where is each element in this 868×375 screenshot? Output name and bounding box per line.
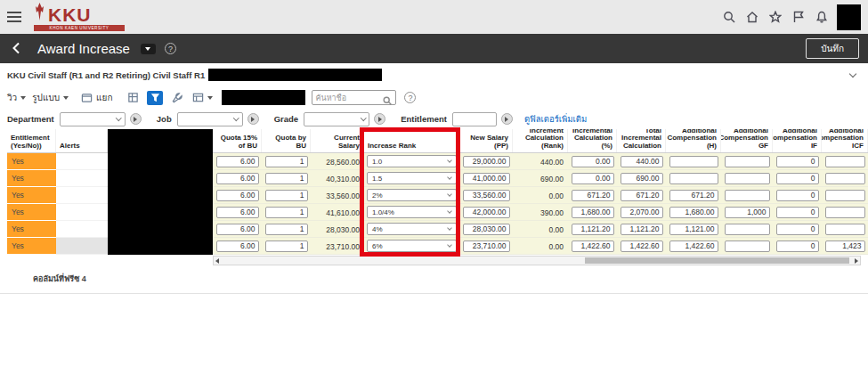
horizontal-scrollbar[interactable] bbox=[213, 256, 861, 265]
job-go-button[interactable] bbox=[247, 113, 259, 125]
increment_pct-input[interactable] bbox=[572, 207, 614, 218]
search-icon[interactable] bbox=[722, 11, 735, 24]
title-dropdown-icon[interactable] bbox=[141, 44, 156, 54]
add_h-input[interactable] bbox=[669, 240, 718, 252]
quota_15-input[interactable] bbox=[216, 240, 259, 252]
hamburger-menu-icon[interactable] bbox=[7, 12, 21, 22]
more-filters-link[interactable]: ดูฟิลเตอร์เพิ่มเติม bbox=[524, 112, 587, 126]
filter-toggle-icon[interactable] bbox=[147, 91, 163, 105]
column-header-add_if[interactable]: Additional Compensation IF bbox=[773, 129, 822, 152]
increase-rank-select[interactable]: 1.0 bbox=[367, 155, 457, 167]
column-header-current_salary[interactable]: Current Salary bbox=[311, 129, 364, 152]
total_increment-input[interactable] bbox=[621, 224, 663, 235]
add_h-input[interactable] bbox=[669, 224, 718, 235]
format-menu[interactable]: รูปแบบ bbox=[32, 91, 69, 104]
freeze-icon[interactable] bbox=[125, 91, 141, 105]
scroll-right-icon[interactable] bbox=[855, 258, 858, 264]
total_increment-input[interactable] bbox=[621, 190, 663, 201]
increment_pct-input[interactable] bbox=[572, 240, 614, 252]
job-select[interactable] bbox=[177, 112, 243, 126]
detach-button[interactable]: แยก bbox=[81, 91, 112, 105]
flag-icon[interactable] bbox=[791, 11, 805, 24]
add_if-input[interactable] bbox=[776, 173, 819, 184]
increment_pct-input[interactable] bbox=[572, 173, 614, 184]
add_if-input[interactable] bbox=[776, 190, 819, 201]
add_if-input[interactable] bbox=[776, 240, 819, 252]
star-icon[interactable] bbox=[768, 11, 782, 24]
add_icf-input[interactable] bbox=[825, 207, 865, 218]
total_increment-input[interactable] bbox=[621, 240, 663, 252]
quota_15-input[interactable] bbox=[216, 173, 259, 184]
new_salary-input[interactable] bbox=[463, 156, 510, 167]
quota_bu-input[interactable] bbox=[265, 190, 308, 201]
column-header-add_icf[interactable]: Additional Compensation ICF bbox=[822, 129, 868, 152]
grade-select[interactable] bbox=[304, 112, 369, 126]
column-header-increment_pct[interactable]: Incremental Calculation (%) bbox=[568, 129, 617, 152]
add_gf-input[interactable] bbox=[725, 240, 770, 252]
column-header-add_gf[interactable]: Additional Compensation GF bbox=[721, 129, 773, 152]
add_gf-input[interactable] bbox=[725, 173, 770, 184]
increase-rank-select[interactable]: 2% bbox=[367, 189, 457, 201]
avatar-redaction-box[interactable] bbox=[837, 4, 861, 30]
add_icf-input[interactable] bbox=[825, 173, 865, 184]
quota_bu-input[interactable] bbox=[265, 156, 308, 167]
scroll-left-icon[interactable] bbox=[215, 258, 219, 264]
add_if-input[interactable] bbox=[776, 207, 819, 218]
home-icon[interactable] bbox=[745, 11, 758, 24]
department-go-button[interactable] bbox=[130, 113, 142, 125]
grade-go-button[interactable] bbox=[374, 113, 385, 125]
quota_15-input[interactable] bbox=[216, 190, 259, 201]
total_increment-input[interactable] bbox=[621, 173, 663, 184]
increase-rank-select[interactable]: 1.5 bbox=[367, 172, 457, 184]
new_salary-input[interactable] bbox=[463, 240, 510, 252]
increment_pct-input[interactable] bbox=[572, 224, 614, 235]
scrollbar-thumb[interactable] bbox=[585, 257, 849, 264]
add_if-input[interactable] bbox=[776, 156, 819, 167]
new_salary-input[interactable] bbox=[463, 173, 510, 184]
new_salary-input[interactable] bbox=[463, 190, 510, 201]
new_salary-input[interactable] bbox=[463, 207, 510, 218]
view-menu[interactable]: วิว bbox=[7, 91, 26, 104]
add_gf-input[interactable] bbox=[725, 224, 770, 235]
add_icf-input[interactable] bbox=[825, 156, 865, 167]
quota_15-input[interactable] bbox=[216, 156, 259, 167]
total_increment-input[interactable] bbox=[621, 207, 663, 218]
bell-icon[interactable] bbox=[815, 11, 828, 24]
department-select[interactable] bbox=[60, 112, 126, 126]
search-icon[interactable] bbox=[383, 93, 393, 103]
quota_15-input[interactable] bbox=[216, 207, 259, 218]
add_h-input[interactable] bbox=[669, 207, 718, 218]
quota_bu-input[interactable] bbox=[265, 173, 308, 184]
column-header-quota_bu[interactable]: Quota by BU bbox=[262, 129, 311, 152]
column-header-new_salary[interactable]: New Salary (PP) bbox=[459, 129, 513, 152]
column-header-increase_rank[interactable]: Increase Rank bbox=[364, 129, 459, 152]
entitlement-go-button[interactable] bbox=[501, 113, 513, 125]
quota_bu-input[interactable] bbox=[265, 224, 308, 235]
add_gf-input[interactable] bbox=[725, 207, 770, 218]
column-header-entitlement[interactable]: Entitlement (Yes/No)) bbox=[7, 129, 56, 152]
add_gf-input[interactable] bbox=[725, 190, 770, 201]
column-header-quota_15[interactable]: Quota 15% of BU bbox=[213, 129, 262, 152]
add_icf-input[interactable] bbox=[825, 224, 865, 235]
total_increment-input[interactable] bbox=[621, 156, 663, 167]
quota_bu-input[interactable] bbox=[265, 207, 308, 218]
collapse-region-chevron-icon[interactable] bbox=[849, 69, 856, 77]
save-button[interactable]: บันทึก bbox=[806, 38, 859, 59]
help-icon[interactable]: ? bbox=[404, 92, 416, 103]
entitlement-filter-input[interactable] bbox=[452, 112, 497, 126]
add_h-input[interactable] bbox=[669, 156, 718, 167]
increase-rank-select[interactable]: 6% bbox=[367, 240, 457, 252]
quota_15-input[interactable] bbox=[216, 224, 259, 235]
add_gf-input[interactable] bbox=[725, 156, 770, 167]
increment_pct-input[interactable] bbox=[572, 156, 614, 167]
add_if-input[interactable] bbox=[776, 224, 819, 235]
column-header-increment_rank[interactable]: Increment Calculation (Rank) bbox=[513, 129, 568, 152]
wrench-icon[interactable] bbox=[169, 91, 185, 105]
quota_bu-input[interactable] bbox=[265, 240, 308, 252]
help-icon[interactable]: ? bbox=[165, 43, 176, 54]
column-header-add_h[interactable]: Additional Compensation (H) bbox=[666, 129, 721, 152]
add_h-input[interactable] bbox=[669, 190, 718, 201]
search-input[interactable] bbox=[312, 94, 383, 102]
increase-rank-select[interactable]: 4% bbox=[367, 223, 457, 235]
add_icf-input[interactable] bbox=[825, 240, 865, 252]
